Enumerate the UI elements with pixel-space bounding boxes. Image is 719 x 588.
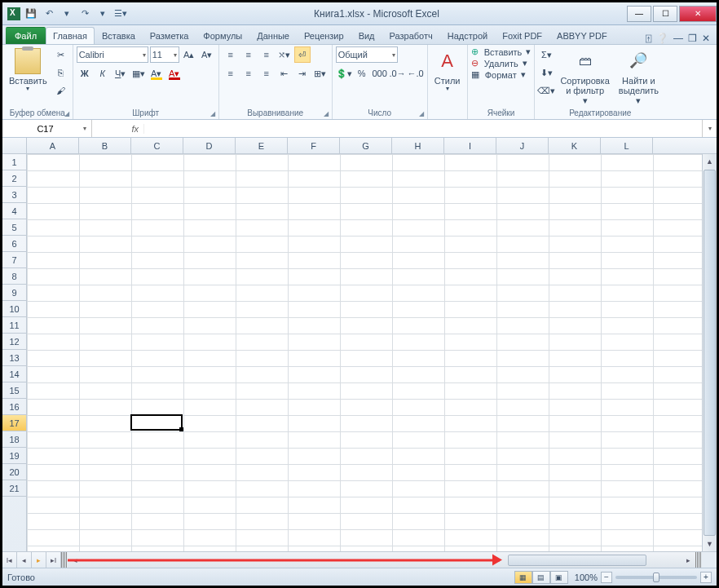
row-header-2[interactable]: 2	[2, 170, 26, 187]
row-header-4[interactable]: 4	[2, 203, 26, 219]
row-header-9[interactable]: 9	[2, 285, 26, 301]
format-cells-button[interactable]: ▦ Формат ▾	[471, 69, 526, 80]
column-header-B[interactable]: B	[79, 138, 131, 153]
inc-decimal-button[interactable]: .0→	[390, 65, 406, 82]
vertical-scrollbar[interactable]: ▲ ▼	[702, 154, 717, 551]
qat-dd2[interactable]: ▾	[95, 7, 110, 21]
row-header-17[interactable]: 17	[2, 415, 26, 431]
scroll-down-arrow[interactable]: ▼	[703, 537, 717, 551]
tab-addins[interactable]: Надстрой	[440, 27, 495, 44]
column-header-H[interactable]: H	[392, 138, 444, 153]
cells-area[interactable]	[27, 154, 702, 551]
row-header-15[interactable]: 15	[2, 382, 26, 399]
normal-view-button[interactable]: ▦	[514, 571, 532, 584]
merge-button[interactable]: ⊞▾	[312, 65, 329, 82]
page-layout-view-button[interactable]: ▤	[532, 571, 550, 584]
workbook-restore-icon[interactable]: ❐	[688, 33, 697, 44]
column-header-E[interactable]: E	[236, 138, 288, 153]
tab-split-handle[interactable]	[61, 552, 68, 568]
hscroll-thumb[interactable]	[508, 555, 646, 566]
tab-layout[interactable]: Разметка	[143, 27, 196, 44]
maximize-button[interactable]: ☐	[653, 6, 677, 22]
column-header-G[interactable]: G	[340, 138, 392, 153]
insert-cells-button[interactable]: ⊕ Вставить ▾	[471, 46, 532, 57]
align-center-button[interactable]: ≡	[240, 65, 257, 82]
italic-button[interactable]: К	[95, 65, 111, 82]
row-header-19[interactable]: 19	[2, 448, 26, 464]
close-button[interactable]: ✕	[679, 6, 717, 22]
row-header-16[interactable]: 16	[2, 399, 26, 415]
align-middle-button[interactable]: ≡	[240, 46, 257, 63]
tab-data[interactable]: Данные	[249, 27, 297, 44]
select-all-corner[interactable]	[2, 138, 27, 153]
align-launcher[interactable]: ◢	[324, 110, 329, 117]
row-header-11[interactable]: 11	[2, 317, 26, 334]
scroll-right-arrow[interactable]: ▸	[681, 552, 695, 568]
number-launcher[interactable]: ◢	[419, 110, 424, 117]
column-header-D[interactable]: D	[183, 138, 236, 153]
copy-button[interactable]: ⎘	[53, 64, 69, 81]
column-header-L[interactable]: L	[601, 138, 653, 153]
last-sheet-button[interactable]: ▸I	[46, 552, 61, 568]
align-bottom-button[interactable]: ≡	[258, 46, 275, 63]
qat-customize[interactable]: ☰▾	[113, 7, 128, 21]
fx-button[interactable]: fx	[92, 124, 144, 134]
font-size-combo[interactable]: 11▾	[150, 46, 179, 63]
column-header-I[interactable]: I	[444, 138, 496, 153]
qat-dd1[interactable]: ▾	[60, 7, 74, 21]
zoom-level[interactable]: 100%	[575, 573, 598, 582]
row-header-8[interactable]: 8	[2, 268, 26, 285]
tab-developer[interactable]: Разработч	[382, 27, 440, 44]
undo-button[interactable]: ↶	[42, 7, 56, 21]
format-painter-button[interactable]: 🖌	[53, 82, 69, 99]
column-header-F[interactable]: F	[288, 138, 340, 153]
number-format-combo[interactable]: Общий▾	[336, 46, 398, 63]
inc-indent-button[interactable]: ⇥	[294, 65, 311, 82]
horizontal-scrollbar[interactable]: ◂ ▸	[68, 552, 695, 568]
row-header-14[interactable]: 14	[2, 366, 26, 382]
name-box[interactable]: C17▾	[2, 120, 92, 137]
row-header-10[interactable]: 10	[2, 301, 26, 317]
grow-font-button[interactable]: A▴	[181, 46, 197, 63]
tab-file[interactable]: Файл	[6, 27, 46, 44]
shrink-font-button[interactable]: A▾	[199, 46, 215, 63]
row-header-5[interactable]: 5	[2, 219, 26, 236]
minimize-button[interactable]: —	[627, 6, 651, 22]
column-header-J[interactable]: J	[496, 138, 549, 153]
delete-cells-button[interactable]: ⊖ Удалить ▾	[471, 58, 527, 69]
fill-button[interactable]: ⬇▾	[538, 64, 554, 81]
column-header-K[interactable]: K	[549, 138, 601, 153]
row-header-12[interactable]: 12	[2, 334, 26, 350]
autosum-button[interactable]: Σ▾	[538, 46, 554, 63]
scroll-up-arrow[interactable]: ▲	[703, 154, 717, 169]
orientation-button[interactable]: ⤯▾	[276, 46, 293, 63]
tab-abbyy[interactable]: ABBYY PDF	[549, 27, 615, 44]
comma-button[interactable]: 000	[372, 65, 388, 82]
page-break-view-button[interactable]: ▣	[550, 571, 568, 584]
styles-button[interactable]: A Стили▾	[431, 46, 464, 95]
tab-foxit[interactable]: Foxit PDF	[495, 27, 549, 44]
prev-sheet-button[interactable]: ◂	[17, 552, 32, 568]
sort-filter-button[interactable]: 🗃 Сортировка и фильтр▾	[557, 46, 612, 107]
border-button[interactable]: ▦▾	[130, 65, 147, 82]
tab-view[interactable]: Вид	[351, 27, 382, 44]
find-select-button[interactable]: 🔎 Найти и выделить▾	[615, 46, 662, 107]
save-button[interactable]: 💾	[24, 7, 38, 21]
font-name-combo[interactable]: Calibri▾	[77, 46, 148, 63]
bold-button[interactable]: Ж	[77, 65, 93, 82]
paste-button[interactable]: Вставить▾	[6, 46, 51, 95]
dec-indent-button[interactable]: ⇤	[276, 65, 293, 82]
workbook-close-icon[interactable]: ✕	[702, 33, 710, 44]
active-cell[interactable]	[130, 414, 183, 431]
dec-decimal-button[interactable]: ←.0	[408, 65, 424, 82]
first-sheet-button[interactable]: I◂	[2, 552, 17, 568]
wrap-text-button[interactable]: ⏎	[294, 46, 311, 63]
row-header-6[interactable]: 6	[2, 236, 26, 252]
currency-button[interactable]: 💲▾	[336, 65, 352, 82]
tab-insert[interactable]: Вставка	[95, 27, 143, 44]
clipboard-launcher[interactable]: ◢	[64, 110, 69, 117]
help-icon[interactable]: ❔	[656, 33, 668, 44]
align-top-button[interactable]: ≡	[223, 46, 239, 63]
next-sheet-button[interactable]: ▸	[32, 552, 46, 568]
tab-review[interactable]: Рецензир	[297, 27, 351, 44]
